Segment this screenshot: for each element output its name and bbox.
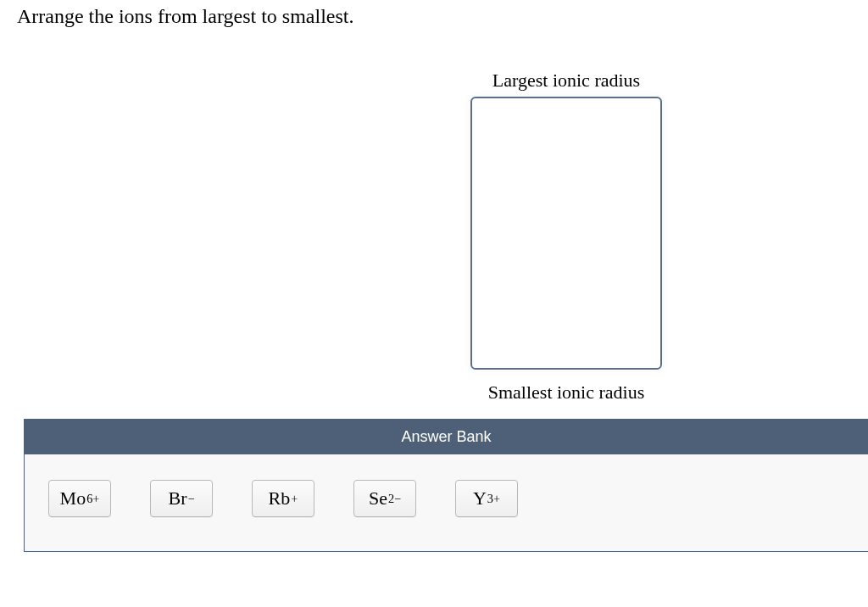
ion-base: Y (473, 487, 487, 510)
answer-bank-body: Mo6+ Br− Rb+ Se2− Y3+ (25, 454, 868, 551)
ion-base: Rb (269, 487, 291, 510)
largest-label: Largest ionic radius (465, 70, 668, 92)
ion-base: Mo (60, 487, 86, 510)
question-text: Arrange the ions from largest to smalles… (17, 5, 353, 28)
smallest-label: Smallest ionic radius (465, 381, 668, 404)
ion-tile-rbplus[interactable]: Rb+ (252, 480, 314, 517)
ion-tile-brminus[interactable]: Br− (150, 480, 213, 517)
answer-bank: Answer Bank Mo6+ Br− Rb+ Se2− Y3+ (24, 419, 868, 552)
ion-tile-y3plus[interactable]: Y3+ (455, 480, 518, 517)
ion-base: Se (369, 487, 387, 510)
ion-tile-mo6plus[interactable]: Mo6+ (48, 480, 111, 517)
ranking-drop-zone[interactable] (470, 97, 662, 370)
drop-area: Largest ionic radius Smallest ionic radi… (465, 70, 668, 404)
answer-bank-header: Answer Bank (25, 420, 868, 454)
ion-tile-se2minus[interactable]: Se2− (353, 480, 416, 517)
ion-base: Br (168, 487, 186, 510)
